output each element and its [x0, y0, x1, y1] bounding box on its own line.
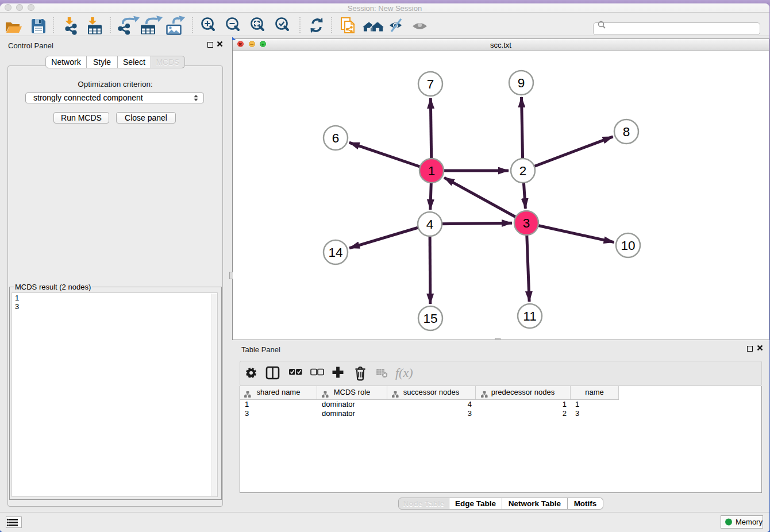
svg-text:4: 4: [426, 217, 434, 232]
svg-text:2: 2: [519, 164, 527, 178]
svg-text:8: 8: [623, 125, 630, 139]
svg-text:7: 7: [427, 77, 434, 91]
svg-text:10: 10: [621, 238, 635, 253]
svg-text:11: 11: [523, 309, 536, 323]
svg-text:1: 1: [428, 164, 436, 178]
svg-text:14: 14: [328, 245, 342, 260]
svg-text:Memory: Memory: [736, 518, 763, 526]
svg-text:15: 15: [423, 311, 437, 326]
svg-text:f(x): f(x): [395, 365, 413, 380]
svg-text:9: 9: [518, 76, 525, 90]
svg-text:6: 6: [332, 131, 340, 145]
svg-text:3: 3: [523, 216, 530, 230]
